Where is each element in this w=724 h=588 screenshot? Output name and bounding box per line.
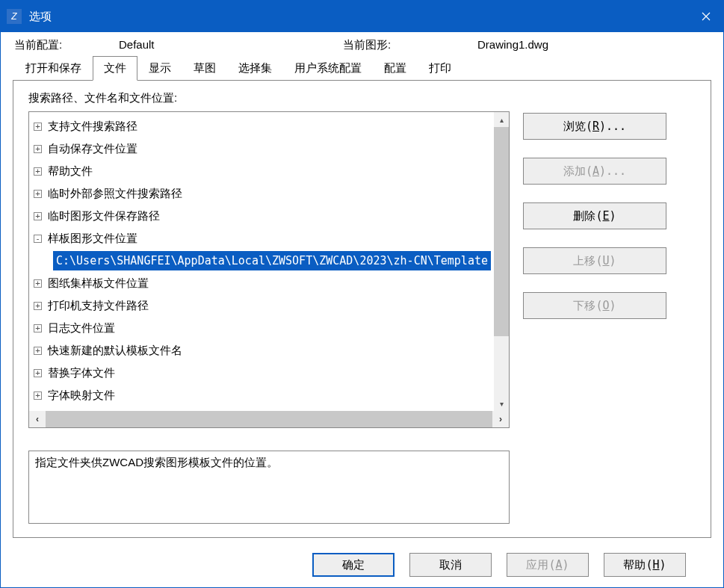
tree-item-qnew-template[interactable]: + 快速新建的默认模板文件名 xyxy=(31,339,507,362)
description-box: 指定文件夹供ZWCAD搜索图形模板文件的位置。 xyxy=(28,451,510,524)
options-dialog: Z 选项 当前配置: Default 当前图形: Drawing1.dwg 打开… xyxy=(0,0,724,588)
tree-label: 帮助文件 xyxy=(45,163,96,180)
tab-selection[interactable]: 选择集 xyxy=(227,56,283,81)
add-button[interactable]: 添加(A)... xyxy=(523,158,666,185)
close-button[interactable] xyxy=(689,1,723,32)
ok-button[interactable]: 确定 xyxy=(312,553,395,577)
tree-item-sheetset-template[interactable]: + 图纸集样板文件位置 xyxy=(31,272,507,294)
tree-item-template-dwg[interactable]: - 样板图形文件位置 xyxy=(31,227,507,250)
delete-button[interactable]: 删除(E) xyxy=(523,202,666,229)
drawing-label: 当前图形: xyxy=(343,38,477,52)
tree-label: 字体映射文件 xyxy=(45,387,118,404)
browse-button[interactable]: 浏览(R)... xyxy=(523,113,666,140)
collapse-icon[interactable]: - xyxy=(34,235,42,243)
tree-item-alt-font[interactable]: + 替换字体文件 xyxy=(31,362,507,384)
tree-label: 临时外部参照文件搜索路径 xyxy=(45,185,185,202)
tree-item-autosave[interactable]: + 自动保存文件位置 xyxy=(31,137,507,160)
expand-icon[interactable]: + xyxy=(34,324,42,332)
tree-label-selected: C:\Users\SHANGFEI\AppData\Local\ZWSOFT\Z… xyxy=(53,251,491,270)
scroll-thumb[interactable] xyxy=(494,127,509,336)
help-button[interactable]: 帮助(H) xyxy=(604,553,686,577)
window-title: 选项 xyxy=(29,10,689,24)
tab-open-save[interactable]: 打开和保存 xyxy=(14,56,93,81)
expand-icon[interactable]: + xyxy=(34,123,42,131)
side-button-group: 浏览(R)... 添加(A)... 删除(E) 上移(U) 下移(O) xyxy=(523,111,666,428)
tree-label: 日志文件位置 xyxy=(45,320,118,337)
drawing-value: Drawing1.dwg xyxy=(477,38,548,52)
tree-label: 支持文件搜索路径 xyxy=(45,118,140,135)
tree-label: 打印机支持文件路径 xyxy=(45,297,152,315)
tree-label: 快速新建的默认模板文件名 xyxy=(45,342,185,359)
tab-display[interactable]: 显示 xyxy=(137,56,182,81)
tab-file[interactable]: 文件 xyxy=(93,56,137,81)
tab-profiles[interactable]: 配置 xyxy=(373,56,418,81)
vertical-scrollbar[interactable]: ▴ ▾ xyxy=(494,112,509,411)
tree-item-printer-support[interactable]: + 打印机支持文件路径 xyxy=(31,294,507,317)
horizontal-scrollbar[interactable]: ‹ › xyxy=(29,411,509,427)
panel-heading: 搜索路径、文件名和文件位置: xyxy=(28,91,696,105)
tree-item-xref-temp[interactable]: + 临时外部参照文件搜索路径 xyxy=(31,182,507,205)
tab-panel: 搜索路径、文件名和文件位置: + 支持文件搜索路径 + 自动保存文件位置 xyxy=(13,80,711,538)
expand-icon[interactable]: + xyxy=(34,369,42,377)
expand-icon[interactable]: + xyxy=(34,190,42,198)
scroll-thumb-h[interactable] xyxy=(46,411,492,427)
expand-icon[interactable]: + xyxy=(34,212,42,220)
scroll-left-icon[interactable]: ‹ xyxy=(29,411,46,427)
expand-icon[interactable]: + xyxy=(34,167,42,176)
scroll-up-icon[interactable]: ▴ xyxy=(494,112,509,127)
close-icon xyxy=(702,12,711,21)
move-up-button[interactable]: 上移(U) xyxy=(523,247,666,274)
cancel-button[interactable]: 取消 xyxy=(409,553,492,577)
profile-label: 当前配置: xyxy=(14,38,119,52)
move-down-button[interactable]: 下移(O) xyxy=(523,292,666,319)
tree-label: 图纸集样板文件位置 xyxy=(45,275,152,292)
expand-icon[interactable]: + xyxy=(34,145,42,153)
tab-draft[interactable]: 草图 xyxy=(182,56,227,81)
tree-item-font-map[interactable]: + 字体映射文件 xyxy=(31,384,507,406)
tree-label: 临时图形文件保存路径 xyxy=(45,208,163,225)
tree-item-help[interactable]: + 帮助文件 xyxy=(31,160,507,182)
info-row: 当前配置: Default 当前图形: Drawing1.dwg xyxy=(1,32,723,55)
tree-item-support-path[interactable]: + 支持文件搜索路径 xyxy=(31,115,507,137)
expand-icon[interactable]: + xyxy=(34,392,42,400)
tree-label: 替换字体文件 xyxy=(45,365,118,382)
tree-item-template-path[interactable]: C:\Users\SHANGFEI\AppData\Local\ZWSOFT\Z… xyxy=(31,250,507,272)
tree-item-log[interactable]: + 日志文件位置 xyxy=(31,317,507,339)
tree-label: 样板图形文件位置 xyxy=(45,230,140,247)
tree-item-temp-dwg[interactable]: + 临时图形文件保存路径 xyxy=(31,205,507,227)
expand-icon[interactable]: + xyxy=(34,279,42,288)
titlebar: Z 选项 xyxy=(1,1,723,32)
tab-user-pref[interactable]: 用户系统配置 xyxy=(283,56,373,81)
tab-print[interactable]: 打印 xyxy=(418,56,462,81)
tree-label: 自动保存文件位置 xyxy=(45,140,140,158)
main-layout: + 支持文件搜索路径 + 自动保存文件位置 + 帮助文件 + xyxy=(28,111,696,428)
apply-button[interactable]: 应用(A) xyxy=(507,553,589,577)
scroll-right-icon[interactable]: › xyxy=(492,411,509,427)
tab-bar: 打开和保存 文件 显示 草图 选择集 用户系统配置 配置 打印 xyxy=(1,55,723,80)
app-icon: Z xyxy=(7,9,22,24)
expand-icon[interactable]: + xyxy=(34,347,42,355)
path-tree: + 支持文件搜索路径 + 自动保存文件位置 + 帮助文件 + xyxy=(29,112,509,409)
expand-icon[interactable]: + xyxy=(34,302,42,310)
tree-content[interactable]: + 支持文件搜索路径 + 自动保存文件位置 + 帮助文件 + xyxy=(29,112,509,411)
scroll-down-icon[interactable]: ▾ xyxy=(494,396,509,411)
tree-container: + 支持文件搜索路径 + 自动保存文件位置 + 帮助文件 + xyxy=(28,111,510,428)
profile-value: Default xyxy=(119,38,343,52)
dialog-button-row: 确定 取消 应用(A) 帮助(H) xyxy=(1,545,723,587)
